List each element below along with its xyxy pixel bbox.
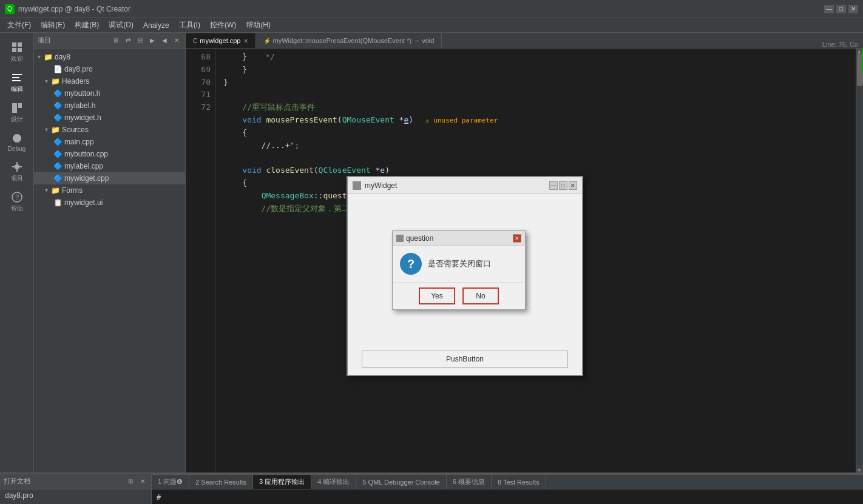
opened-docs-list: day8.pro main.cpp mybutton.cpp mybutton.… (0, 489, 151, 504)
code-line-empty (223, 152, 856, 164)
menu-bar: 文件(F) 编辑(E) 构建(B) 调试(D) Analyze 工具(I) 控件… (0, 18, 863, 33)
editor-area: C mywidget.cpp ✕ ⚡ myWidget::mousePressE… (186, 33, 863, 472)
tree-item-headers[interactable]: ▼ 📁 Headers (34, 75, 185, 87)
close-panel-button[interactable]: ✕ (172, 36, 181, 45)
sidebar-item-help[interactable]: ? 帮助 (2, 187, 32, 217)
output-line-1: # (157, 492, 858, 503)
sidebar-item-edit[interactable]: 编辑 (2, 68, 32, 97)
file-icon: 📄 (53, 65, 63, 73)
tree-item-forms[interactable]: ▼ 📁 Forms (34, 184, 185, 197)
source-icon: 🔷 (53, 174, 63, 183)
tree-item-mylabelcpp[interactable]: 🔷 mylabel.cpp (34, 160, 185, 172)
panel-title: 项目 (38, 36, 109, 45)
menu-file[interactable]: 文件(F) (2, 19, 36, 32)
tree-item-mybuttonh[interactable]: 🔷 mybutton.h (34, 87, 185, 99)
tree-item-mywidgetui[interactable]: 📋 mywidget.ui (34, 197, 185, 209)
code-line-72: //重写鼠标点击事件 (223, 101, 856, 114)
docs-expand-btn[interactable]: ⊞ (126, 477, 135, 486)
tree-label: mylabel.cpp (64, 162, 103, 170)
code-line-plus: //...+ " ; (223, 139, 856, 152)
tree-item-mywidgeth[interactable]: 🔷 mywidget.h (34, 112, 185, 124)
tree-item-maincpp[interactable]: 🔷 main.cpp (34, 136, 185, 148)
tab-close-button[interactable]: ✕ (243, 38, 248, 44)
opened-docs-title: 打开文档 (4, 477, 123, 486)
tree-item-day8pro[interactable]: 📄 day8.pro (34, 63, 185, 75)
doc-maincpp[interactable]: main.cpp (0, 502, 151, 504)
dialog-message: 是否需要关闭窗口 (428, 258, 491, 269)
tree-item-mywidgetcpp[interactable]: 🔷 mywidget.cpp (34, 172, 185, 184)
menu-build[interactable]: 构建(B) (70, 19, 104, 32)
sidebar-item-welcome[interactable]: 欢迎 (2, 38, 32, 67)
header-icon: 🔷 (53, 89, 63, 98)
vertical-scrollbar[interactable]: ▲ ▼ (856, 49, 863, 472)
tab-app-output[interactable]: 3 应用程序输出 (253, 475, 311, 489)
sidebar: 欢迎 编辑 设计 Debug 项目 ? 帮助 (0, 33, 34, 472)
menu-edit[interactable]: 编辑(E) (36, 19, 70, 32)
dialog-close-button[interactable]: ✕ (513, 234, 521, 243)
widget-close-btn[interactable]: ✕ (569, 181, 577, 190)
menu-analyze[interactable]: Analyze (138, 20, 174, 31)
tab-signal[interactable]: ⚡ myWidget::mousePressEvent(QMouseEvent … (256, 33, 442, 48)
tab-qml-debugger[interactable]: 5 QML Debugger Console (356, 475, 446, 489)
collapse-all-button[interactable]: ⊟ (135, 36, 145, 45)
folder-icon: 📁 (44, 53, 53, 61)
folder-icon: 📁 (51, 77, 60, 86)
svg-rect-6 (12, 80, 21, 81)
menu-tools[interactable]: 工具(I) (174, 19, 205, 32)
tree-item-mylabelh[interactable]: 🔷 mylabel.h (34, 99, 185, 112)
scroll-down-arrow[interactable]: ▼ (856, 468, 863, 472)
svg-rect-1 (18, 42, 22, 47)
sidebar-item-debug[interactable]: Debug (2, 129, 32, 156)
folder-icon: 📁 (51, 186, 60, 195)
tree-item-day8[interactable]: ▼ 📁 day8 (34, 51, 185, 63)
widget-maximize-btn[interactable]: □ (559, 181, 567, 190)
filter-button[interactable]: ⊞ (111, 36, 121, 45)
sidebar-item-project[interactable]: 项目 (2, 157, 32, 186)
widget-minimize-btn[interactable]: — (549, 181, 558, 190)
back-button[interactable]: ◀ (160, 36, 169, 45)
minimize-button[interactable]: — (824, 5, 834, 13)
tab-search-results[interactable]: 2 Search Results (189, 475, 253, 489)
dialog-body: ? 是否需要关闭窗口 (393, 246, 525, 282)
tree-item-sources[interactable]: ▼ 📁 Sources (34, 124, 185, 136)
tab-issues[interactable]: 1 问题❹ (152, 475, 189, 489)
pushbutton[interactable]: PushButton (362, 351, 568, 368)
yes-button[interactable]: Yes (419, 287, 455, 304)
tree-item-mybuttoncpp[interactable]: 🔷 mybutton.cpp (34, 148, 185, 160)
svg-rect-2 (12, 48, 16, 52)
app-icon: Q (5, 4, 15, 14)
menu-controls[interactable]: 控件(W) (205, 19, 241, 32)
svg-rect-4 (12, 74, 22, 75)
tab-mywidget-cpp[interactable]: C mywidget.cpp ✕ (186, 33, 256, 48)
no-button[interactable]: No (462, 287, 499, 304)
expand-button[interactable]: ▶ (147, 36, 157, 45)
menu-help[interactable]: 帮助(H) (241, 19, 276, 32)
source-icon: 🔷 (53, 162, 63, 170)
dialog-title: question (406, 234, 513, 243)
doc-day8pro[interactable]: day8.pro (0, 489, 151, 502)
tree-label: day8.pro (64, 65, 93, 73)
code-line-mp: void mousePressEvent ( QMouseEvent * e )… (223, 114, 856, 127)
widget-window-icon (353, 181, 361, 190)
menu-debug[interactable]: 调试(D) (104, 19, 138, 32)
docs-close-btn[interactable]: ✕ (138, 477, 147, 486)
sidebar-item-design[interactable]: 设计 (2, 98, 32, 127)
ui-icon: 📋 (53, 198, 63, 207)
maximize-button[interactable]: □ (836, 5, 846, 13)
tab-test-results[interactable]: 8 Test Results (492, 475, 546, 489)
tree-label: day8 (55, 53, 70, 61)
tab-compile-output[interactable]: 4 编译输出 (311, 475, 356, 489)
tab-bar-right: Line: 76, Co (442, 41, 863, 48)
tab-overview[interactable]: 6 概要信息 (447, 475, 492, 489)
tab-label: myWidget::mousePressEvent(QMouseEvent *)… (273, 37, 435, 44)
tree-label: Sources (62, 126, 89, 134)
window-title: mywidget.cpp @ day8 - Qt Creator (18, 5, 824, 13)
tree-label: Forms (62, 186, 83, 195)
main-layout: 欢迎 编辑 设计 Debug 项目 ? 帮助 项目 ⊞ ⇄ ⊟ ▶ (0, 33, 863, 472)
source-icon: 🔷 (53, 150, 63, 158)
sync-button[interactable]: ⇄ (123, 36, 133, 45)
question-dialog: question ✕ ? 是否需要关闭窗口 Yes No (392, 230, 526, 310)
close-button[interactable]: ✕ (848, 5, 858, 13)
code-line-close: void closeEvent ( QCloseEvent * e ) (223, 164, 856, 177)
title-bar: Q mywidget.cpp @ day8 - Qt Creator — □ ✕ (0, 0, 863, 18)
